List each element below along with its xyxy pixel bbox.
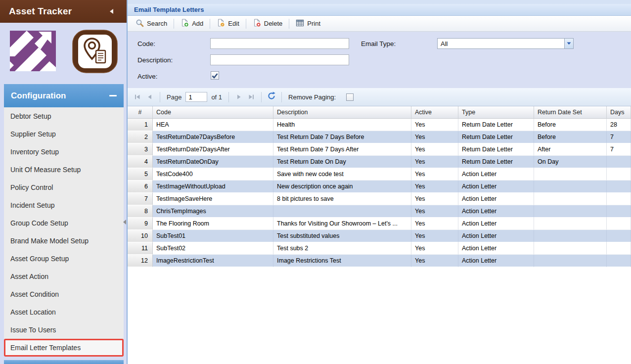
cell-code: ChrisTempImages <box>153 205 273 218</box>
cell-return-date-set <box>534 218 607 230</box>
cell-active: Yes <box>411 156 458 168</box>
sidebar-item-asset-action[interactable]: Asset Action <box>4 268 124 285</box>
active-checkbox[interactable] <box>211 71 219 80</box>
cell-return-date-set <box>534 193 607 205</box>
column-header-code[interactable]: Code <box>153 106 273 118</box>
paging-separator <box>281 92 282 102</box>
sidebar-item-label: Asset Action <box>10 273 48 280</box>
sidebar-item-email-letter-templates[interactable]: Email Letter Templates <box>4 339 124 357</box>
collapse-minus-icon[interactable] <box>109 95 117 96</box>
row-number-cell: 9 <box>128 218 153 230</box>
cell-days <box>607 168 631 181</box>
cell-description: Test Return Date 7 Days After <box>273 143 411 156</box>
sidebar-item-brand-make-model-setup[interactable]: Brand Make Model Setup <box>4 232 124 250</box>
table-row[interactable]: 11SubTest02Test subs 2YesAction Letter <box>128 242 631 255</box>
next-page-button[interactable] <box>234 92 244 102</box>
page-count-label: of 1 <box>210 93 224 101</box>
sidebar-item-unit-of-measure-setup[interactable]: Unit Of Measure Setup <box>4 161 124 179</box>
cell-description: Test Return Date On Day <box>273 156 411 168</box>
cell-description: Test subs 2 <box>273 242 411 255</box>
description-input[interactable] <box>210 54 349 65</box>
sidebar-item-label: Policy Control <box>10 183 53 191</box>
row-number-cell: 2 <box>128 131 153 143</box>
sidebar-item-issue-to-users[interactable]: Issue To Users <box>4 321 124 339</box>
cell-code: TestReturnDateOnDay <box>153 156 273 168</box>
search-button[interactable]: Search <box>132 17 171 30</box>
cell-active: Yes <box>411 168 458 181</box>
cell-days <box>607 156 631 168</box>
cell-return-date-set <box>534 242 607 255</box>
cell-type: Action Letter <box>458 193 534 205</box>
column-header-description[interactable]: Description <box>273 106 411 118</box>
cell-return-date-set <box>534 168 607 181</box>
edit-button[interactable]: Edit <box>213 17 243 30</box>
sidebar-item-asset-location[interactable]: Asset Location <box>4 303 124 321</box>
sidebar-item-incident-setup[interactable]: Incident Setup <box>4 196 124 214</box>
sidebar-item-asset-condition[interactable]: Asset Condition <box>4 285 124 303</box>
refresh-icon <box>267 91 276 102</box>
refresh-button[interactable] <box>267 92 276 102</box>
cell-code: TestCode400 <box>153 168 273 181</box>
active-label: Active: <box>137 73 158 80</box>
column-header-active[interactable]: Active <box>411 106 458 118</box>
sidebar-item-inventory-setup[interactable]: Inventory Setup <box>4 143 124 161</box>
sidebar-item-policy-control[interactable]: Policy Control <box>4 179 124 196</box>
email-type-select[interactable]: All <box>437 38 574 49</box>
splitter-collapse-icon[interactable] <box>123 220 126 225</box>
delete-button-label: Delete <box>264 20 283 27</box>
sidebar-collapse-icon[interactable] <box>109 8 114 14</box>
sidebar-item-asset-group-setup[interactable]: Asset Group Setup <box>4 250 124 268</box>
paging-separator <box>228 92 229 102</box>
cell-days <box>607 255 631 267</box>
configuration-section-header[interactable]: Configuration <box>4 84 124 107</box>
row-number-cell: 12 <box>128 255 153 267</box>
paging-separator <box>261 92 262 102</box>
cell-type: Return Date Letter <box>458 143 534 156</box>
sidebar-item-group-code-setup[interactable]: Group Code Setup <box>4 214 124 232</box>
cell-days <box>607 242 631 255</box>
cell-code: SubTest02 <box>153 242 273 255</box>
chevron-down-icon[interactable] <box>564 39 573 48</box>
table-row[interactable]: 4TestReturnDateOnDayTest Return Date On … <box>128 156 631 168</box>
page-input[interactable] <box>185 92 207 102</box>
print-table-icon <box>296 19 304 29</box>
column-header-days[interactable]: Days <box>607 106 631 118</box>
print-button[interactable]: Print <box>292 17 324 30</box>
table-row[interactable]: 8ChrisTempImagesYesAction Letter <box>128 205 631 218</box>
sidebar-item-supplier-setup[interactable]: Supplier Setup <box>4 125 124 143</box>
table-row[interactable]: 3TestReturnDate7DaysAfterTest Return Dat… <box>128 143 631 156</box>
sidebar-item-label: Asset Condition <box>10 290 59 298</box>
column-header-type[interactable]: Type <box>458 106 534 118</box>
cell-code: The Flooring Room <box>153 218 273 230</box>
delete-button[interactable]: Delete <box>249 17 287 30</box>
add-button[interactable]: Add <box>177 17 207 30</box>
delete-document-icon <box>253 19 261 29</box>
last-page-button[interactable] <box>246 92 256 102</box>
column-header-return-date-set[interactable]: Return Date Set <box>534 106 607 118</box>
table-row[interactable]: 9The Flooring RoomThanks for Visiting Ou… <box>128 218 631 230</box>
cell-active: Yes <box>411 255 458 267</box>
table-row[interactable]: 10SubTest01Test substituted valuesYesAct… <box>128 230 631 242</box>
code-input[interactable] <box>210 38 349 49</box>
next-section-header-partial[interactable] <box>4 360 124 364</box>
prev-page-button[interactable] <box>145 92 155 102</box>
column-header-row-number[interactable]: # <box>128 106 153 118</box>
table-row[interactable]: 6TestImageWithoutUploadNew description o… <box>128 181 631 193</box>
table-row[interactable]: 5TestCode400Save with new code testYesAc… <box>128 168 631 181</box>
table-row[interactable]: 2TestReturnDate7DaysBeforeTest Return Da… <box>128 131 631 143</box>
table-row[interactable]: 12ImageRestrictionTestImage Restrictions… <box>128 255 631 267</box>
sidebar-item-debtor-setup[interactable]: Debtor Setup <box>4 107 124 125</box>
main-top-strip <box>128 0 631 4</box>
configuration-section-label: Configuration <box>11 91 66 101</box>
cell-description <box>273 205 411 218</box>
sidebar-item-label: Asset Group Setup <box>10 255 69 263</box>
remove-paging-checkbox[interactable] <box>346 93 354 101</box>
first-page-button[interactable] <box>133 92 142 102</box>
print-button-label: Print <box>307 20 320 27</box>
cell-type: Return Date Letter <box>458 119 534 131</box>
table-row[interactable]: 1HEAHealthYesReturn Date LetterBefore28 <box>128 119 631 131</box>
code-label: Code: <box>137 40 155 47</box>
cell-description: Test Return Date 7 Days Before <box>273 131 411 143</box>
cell-type: Action Letter <box>458 218 534 230</box>
table-row[interactable]: 7TestImageSaveHere8 bit pictures to save… <box>128 193 631 205</box>
